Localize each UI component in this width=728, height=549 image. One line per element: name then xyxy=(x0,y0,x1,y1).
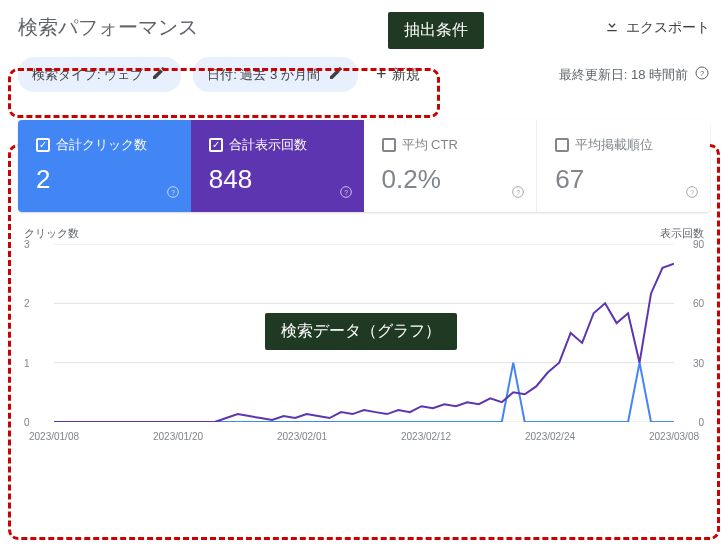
svg-text:?: ? xyxy=(690,189,694,196)
last-updated-text: 最終更新日: 18 時間前 xyxy=(559,66,688,84)
download-icon xyxy=(604,18,620,37)
annotation-filter-label: 抽出条件 xyxy=(388,12,484,49)
metric-impressions[interactable]: 合計表示回数 848 ? xyxy=(191,120,364,212)
page-title: 検索パフォーマンス xyxy=(18,14,198,41)
y-left-tick: 2 xyxy=(24,298,30,309)
svg-text:?: ? xyxy=(516,189,520,196)
metric-ctr-label: 平均 CTR xyxy=(402,136,458,154)
checkbox-off-icon xyxy=(382,138,396,152)
help-icon[interactable]: ? xyxy=(684,184,700,204)
left-axis-title: クリック数 xyxy=(24,226,79,241)
checkbox-off-icon xyxy=(555,138,569,152)
help-icon[interactable]: ? xyxy=(165,184,181,204)
metric-impressions-value: 848 xyxy=(209,164,346,195)
y-left-tick: 3 xyxy=(24,239,30,250)
metric-ctr-value: 0.2% xyxy=(382,164,519,195)
export-button[interactable]: エクスポート xyxy=(604,18,710,37)
help-icon[interactable]: ? xyxy=(510,184,526,204)
help-icon[interactable]: ? xyxy=(338,184,354,204)
metric-impressions-label: 合計表示回数 xyxy=(229,136,307,154)
metric-clicks[interactable]: 合計クリック数 2 ? xyxy=(18,120,191,212)
metric-position-value: 67 xyxy=(555,164,692,195)
svg-text:?: ? xyxy=(171,189,175,196)
x-tick: 2023/03/08 xyxy=(649,431,699,442)
checkbox-on-icon xyxy=(36,138,50,152)
y-right-tick: 0 xyxy=(698,417,704,428)
y-right-tick: 30 xyxy=(693,357,704,368)
x-tick: 2023/02/01 xyxy=(277,431,327,442)
y-right-tick: 60 xyxy=(693,298,704,309)
metric-position-label: 平均掲載順位 xyxy=(575,136,653,154)
y-left-tick: 0 xyxy=(24,417,30,428)
series-clicks xyxy=(54,363,674,422)
y-right-tick: 90 xyxy=(693,239,704,250)
performance-chart[interactable]: クリック数 表示回数 0123 0306090 2023/01/082023/0… xyxy=(18,226,710,446)
help-icon[interactable]: ? xyxy=(694,65,710,84)
export-label: エクスポート xyxy=(626,19,710,37)
series-impressions xyxy=(54,264,674,422)
checkbox-on-icon xyxy=(209,138,223,152)
metric-clicks-value: 2 xyxy=(36,164,173,195)
svg-text:?: ? xyxy=(344,189,348,196)
x-tick: 2023/01/08 xyxy=(29,431,79,442)
metric-position[interactable]: 平均掲載順位 67 ? xyxy=(537,120,710,212)
x-tick: 2023/01/20 xyxy=(153,431,203,442)
svg-text:?: ? xyxy=(700,69,704,78)
metric-ctr[interactable]: 平均 CTR 0.2% ? xyxy=(364,120,538,212)
x-tick: 2023/02/24 xyxy=(525,431,575,442)
metric-clicks-label: 合計クリック数 xyxy=(56,136,147,154)
x-tick: 2023/02/12 xyxy=(401,431,451,442)
last-updated: 最終更新日: 18 時間前 ? xyxy=(559,65,710,84)
y-left-tick: 1 xyxy=(24,357,30,368)
